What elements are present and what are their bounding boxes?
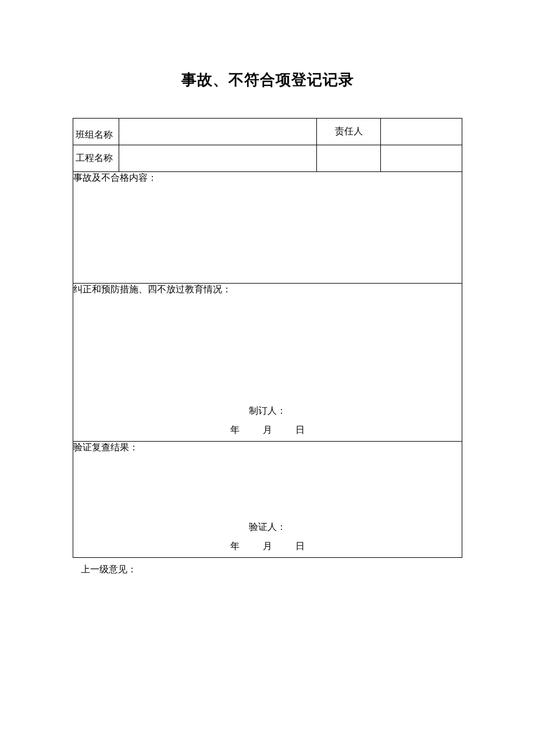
label-corrective-actions: 纠正和预防措施、四不放过教育情况： [73, 284, 462, 296]
value-team-name [119, 119, 316, 145]
verifier-signature-block: 验证人： 年 月 日 [73, 521, 462, 553]
section-corrective: 纠正和预防措施、四不放过教育情况： 制订人： 年 月 日 [73, 284, 462, 442]
row-team: 班组名称 责任人 [73, 119, 462, 145]
section-accident: 事故及不合格内容： [73, 172, 462, 284]
drafter-date: 年 月 日 [73, 424, 462, 436]
date-month: 月 [263, 425, 272, 435]
row-accident: 事故及不合格内容： [73, 172, 462, 284]
label-accident-content: 事故及不合格内容： [73, 172, 462, 184]
document-page: 事故、不符合项登记记录 班组名称 责任人 工程名称 事故及不合格内容： 纠正和预… [0, 0, 535, 576]
document-title: 事故、不符合项登记记录 [73, 70, 462, 90]
value-row2-col4 [381, 145, 462, 172]
value-row2-col3 [317, 145, 381, 172]
row-project: 工程名称 [73, 145, 462, 172]
verifier-date: 年 月 日 [73, 540, 462, 553]
form-table: 班组名称 责任人 工程名称 事故及不合格内容： 纠正和预防措施、四不放过教育情况… [73, 118, 462, 558]
date-year: 年 [230, 541, 240, 551]
date-month: 月 [263, 541, 272, 551]
row-verify: 验证复查结果： 验证人： 年 月 日 [73, 442, 462, 558]
label-verify-result: 验证复查结果： [73, 442, 462, 454]
label-project-name: 工程名称 [73, 145, 119, 172]
section-verify: 验证复查结果： 验证人： 年 月 日 [73, 442, 462, 558]
label-team-name: 班组名称 [73, 119, 119, 145]
date-year: 年 [230, 425, 240, 435]
date-day: 日 [295, 425, 305, 435]
value-project-name [119, 145, 316, 172]
label-drafter: 制订人： [73, 405, 462, 417]
value-responsible [381, 119, 462, 145]
row-corrective: 纠正和预防措施、四不放过教育情况： 制订人： 年 月 日 [73, 284, 462, 442]
drafter-signature-block: 制订人： 年 月 日 [73, 405, 462, 436]
label-verifier: 验证人： [73, 521, 462, 533]
date-day: 日 [295, 541, 305, 551]
label-responsible: 责任人 [317, 119, 381, 145]
label-superior-opinion: 上一级意见： [73, 558, 462, 576]
